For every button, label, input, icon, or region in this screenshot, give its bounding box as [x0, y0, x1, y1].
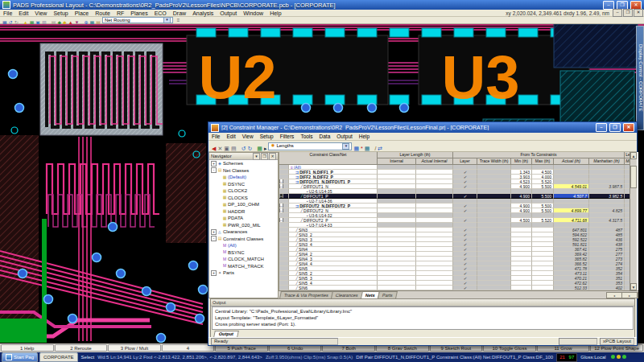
tree-item-match_track[interactable]: MMATCH_TRACK [209, 263, 278, 270]
cm-close-button[interactable]: ✕ [623, 123, 634, 132]
tree-item-dp_100_ohm[interactable]: ▦DP_100_OHM [209, 201, 278, 208]
display-control-tab[interactable]: Display Control - CORPORATE [636, 26, 644, 130]
copy-icon[interactable]: ▣ [223, 145, 230, 152]
header-fromto: From To Constraints [453, 152, 625, 158]
tree-item-pdata[interactable]: ▦PDATA [209, 215, 278, 222]
restore-button[interactable]: ❐ [617, 1, 628, 10]
row-label: DIFF1_N,DIFF1_P [299, 170, 333, 175]
cm-menu-tools[interactable]: Tools [297, 134, 316, 139]
table-icon[interactable]: ▦ [256, 145, 263, 152]
expand-icon[interactable]: + [211, 161, 217, 167]
tree-item-clock_match[interactable]: MCLOCK_MATCH [209, 256, 278, 263]
row-label: U2-6,U14-35 [309, 189, 332, 194]
tree-item-schemes[interactable]: +◈Schemes [209, 160, 278, 167]
cclass-icon: M [222, 264, 227, 268]
app-icon [2, 1, 10, 9]
mdi-restore-button[interactable]: ❐ [623, 9, 633, 17]
net-icon: ╱ [300, 194, 303, 199]
redo-icon[interactable]: ↻ [246, 145, 253, 152]
output-line: Central Library: "C:\Pads_Professional_E… [215, 308, 630, 315]
cm-minimize-button[interactable]: – [596, 123, 607, 132]
grid-blue-icon[interactable]: ▦ [353, 145, 360, 152]
tree-item-constraint-classes[interactable]: -▤Constraint Classes [209, 236, 278, 243]
netclass-icon: ▦ [222, 203, 227, 207]
tree-item-parts[interactable]: +✦Parts [209, 269, 278, 277]
menu-help[interactable]: Help [266, 10, 284, 16]
tree-item-net-classes[interactable]: -▤Net Classes [209, 167, 278, 175]
netclass-icon: ▦ [222, 216, 227, 220]
constraint-grid: Constraint Class/NetLayer Length (th)Fro… [279, 152, 638, 290]
mdi-minimize-button[interactable]: – [613, 9, 622, 17]
output-tab[interactable]: Output [213, 331, 239, 337]
cm-toolbar: ◀✕▣▤↺↻▦▸ ✸ Lengths ▼ ▦*▦/⇄ [208, 141, 637, 152]
scheme-combo[interactable]: Net Routing ▼ [102, 17, 173, 23]
scroll-thumb[interactable] [630, 166, 637, 188]
function-key-button[interactable]: 1 Help [1, 344, 54, 352]
tree-item-dsync[interactable]: ▦DSYNC [209, 181, 278, 188]
scroll-down-icon[interactable]: ▼ [630, 283, 637, 290]
tab-clearances[interactable]: Clearances [331, 291, 363, 298]
cm-window-title: [2] Constraint Manager - C:\Demonstratio… [221, 125, 593, 130]
menu-rf[interactable]: RF [114, 10, 127, 16]
grid-teal-icon[interactable]: ▦ [364, 145, 371, 152]
sync-icon[interactable]: ⇄ [377, 145, 383, 152]
navigator-float-icon[interactable]: ❐ [261, 153, 268, 160]
net-icon: ╱ [295, 281, 298, 286]
menu-eco[interactable]: ECO [151, 10, 170, 16]
doc-tab-label: Start Pag [14, 354, 34, 361]
menu-planes[interactable]: Planes [127, 10, 151, 16]
expand-icon[interactable]: + [211, 229, 217, 235]
menu-window[interactable]: Window [240, 10, 266, 16]
tree-item--all-[interactable]: M(All) [209, 242, 278, 249]
cm-menu-data[interactable]: Data [316, 134, 334, 139]
grid-vertical-scrollbar[interactable]: ▲ ▼ [630, 152, 637, 290]
menu-output[interactable]: Output [217, 10, 240, 16]
function-key-button[interactable]: 4 [162, 344, 215, 352]
pointer-icon[interactable]: ▸ [263, 145, 268, 152]
tab-trace-via-properties[interactable]: Trace & Via Properties [279, 291, 333, 298]
doc-tab-corporate[interactable]: CORPORATE [39, 352, 78, 362]
tree-item-pwr_020_mil[interactable]: ▦PWR_020_MIL [209, 222, 278, 229]
tree-item-clearances[interactable]: +◬Clearances [209, 228, 278, 236]
navigator-close-icon[interactable]: ✕ [269, 153, 276, 160]
header-col-4: Min (th) [511, 158, 532, 165]
cm-menu-filters[interactable]: Filters [277, 134, 298, 139]
tab-parts[interactable]: Parts [378, 291, 398, 298]
paste-icon[interactable]: ▤ [230, 145, 237, 152]
cm-menu-bar: FileEditViewSetupFiltersToolsDataOutputH… [208, 133, 637, 141]
toolbar-more-icon[interactable]: ≡ [174, 16, 183, 24]
tree-item--default-[interactable]: ▦(Default) [209, 174, 278, 181]
collapse-icon[interactable]: - [211, 167, 217, 173]
scroll-up-icon[interactable]: ▲ [630, 152, 637, 159]
minimize-button[interactable]: – [603, 1, 614, 10]
output-log[interactable]: Central Library: "C:\Pads_Professional_E… [212, 306, 634, 330]
function-key-button[interactable]: 3 Plow / Mult [108, 344, 161, 352]
view-combo[interactable]: ✸ Lengths ▼ [268, 142, 352, 150]
diff-pair-icon: ⇉ [295, 179, 299, 184]
row-label: SIN5_3 [299, 276, 312, 281]
menu-draw[interactable]: Draw [170, 10, 189, 16]
row-label: SIN5_4 [299, 281, 312, 286]
function-key-button[interactable]: 2 Reroute [55, 344, 108, 352]
row-label: U2-7,U14-36 [309, 199, 332, 204]
collapse-icon[interactable]: - [211, 236, 217, 241]
mdi-close-button[interactable]: ✕ [634, 9, 643, 17]
net-icon: ▪ [307, 189, 308, 194]
row-label: DIFFOUT2_P [303, 218, 328, 223]
cm-status-ready: Ready [211, 338, 338, 345]
expand-icon[interactable]: + [211, 270, 217, 276]
row-label: SIN4_4 [299, 261, 312, 266]
menu-analysis[interactable]: Analysis [189, 10, 217, 16]
row-label: DIFFOUT1_P [303, 194, 328, 199]
tree-item-clock2[interactable]: ▦CLOCK2 [209, 187, 278, 195]
tree-item-haddr[interactable]: ▦HADDR [209, 208, 278, 216]
row-label: SIN6 [299, 286, 308, 290]
row-label: DIFFOUT1_N,DIFFOUT1_P [299, 179, 350, 184]
tree-item-clocks[interactable]: ▦CLOCKS [209, 195, 278, 202]
navigator-pin-icon[interactable]: ▾ [253, 153, 260, 160]
grid-horizontal-scrollbar[interactable]: ◂▸ [606, 292, 638, 298]
tree-item-bsync[interactable]: MBSYNC [209, 249, 278, 257]
cm-restore-button[interactable]: ❐ [609, 123, 621, 132]
doc-tab-start-pag[interactable]: Start Pag [2, 352, 38, 362]
close-button[interactable]: ✕ [630, 1, 642, 10]
